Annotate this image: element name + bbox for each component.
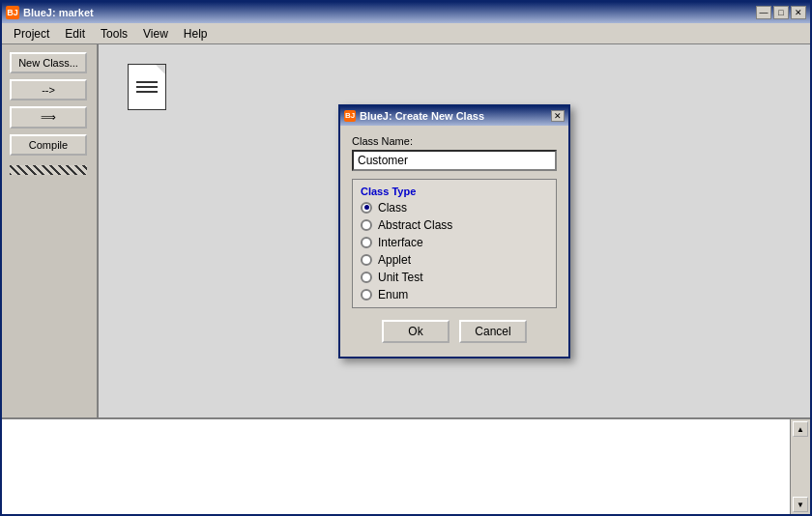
radio-abstract-label: Abstract Class [378,218,452,232]
dialog-overlay: BJ BlueJ: Create New Class ✕ Class Name:… [99,44,810,417]
scroll-down-button[interactable]: ▼ [793,497,808,512]
radio-abstract[interactable]: Abstract Class [361,218,548,232]
canvas-area: BJ BlueJ: Create New Class ✕ Class Name:… [99,44,810,417]
main-area: New Class... --> ⟹ Compile [2,44,810,417]
radio-class-label: Class [378,201,407,215]
arrow1-button[interactable]: --> [10,79,87,100]
radio-interface-label: Interface [378,236,423,249]
menu-help[interactable]: Help [176,25,216,43]
menu-project[interactable]: Project [6,25,57,43]
striped-bar [10,165,87,175]
radio-applet-label: Applet [378,253,411,267]
radio-class[interactable]: Class [361,201,548,215]
cancel-button[interactable]: Cancel [459,320,527,343]
radio-class-btn[interactable] [361,202,372,214]
dialog-close-button[interactable]: ✕ [551,110,565,122]
app-icon: BJ [6,6,19,19]
status-scrollbar: ▲ ▼ [791,419,810,514]
class-name-label: Class Name: [352,135,557,147]
status-main [2,419,791,514]
menu-bar: Project Edit Tools View Help [2,23,810,44]
title-buttons: — □ ✕ [756,6,806,19]
radio-abstract-btn[interactable] [361,219,372,231]
title-bar-left: BJ BlueJ: market [6,6,94,19]
new-class-button[interactable]: New Class... [10,52,87,73]
main-window: BJ BlueJ: market — □ ✕ Project Edit Tool… [0,0,812,516]
ok-button[interactable]: Ok [382,320,450,343]
menu-view[interactable]: View [135,25,176,43]
radio-enum-btn[interactable] [361,289,372,301]
status-area: ▲ ▼ [2,417,810,514]
scroll-up-button[interactable]: ▲ [793,421,808,437]
radio-unittest-label: Unit Test [378,271,422,284]
minimize-button[interactable]: — [756,6,771,19]
dialog-title: BlueJ: Create New Class [360,110,484,122]
window-title: BlueJ: market [23,7,94,18]
radio-unittest[interactable]: Unit Test [361,271,548,284]
close-button[interactable]: ✕ [791,6,806,19]
dialog-title-bar: BJ BlueJ: Create New Class ✕ [340,106,568,126]
create-class-dialog: BJ BlueJ: Create New Class ✕ Class Name:… [338,104,570,358]
menu-tools[interactable]: Tools [93,25,135,43]
class-name-input[interactable] [352,150,557,171]
class-type-label: Class Type [361,186,548,197]
dialog-buttons: Ok Cancel [352,320,557,347]
maximize-button[interactable]: □ [773,6,789,19]
menu-edit[interactable]: Edit [57,25,93,43]
radio-interface[interactable]: Interface [361,236,548,249]
radio-enum[interactable]: Enum [361,288,548,301]
sidebar: New Class... --> ⟹ Compile [2,44,99,417]
radio-applet-btn[interactable] [361,254,372,266]
radio-interface-btn[interactable] [361,237,372,248]
dialog-title-left: BJ BlueJ: Create New Class [344,110,484,122]
dialog-body: Class Name: Class Type Class Abstract Cl… [340,126,568,357]
arrow2-button[interactable]: ⟹ [10,106,87,129]
class-type-section: Class Type Class Abstract Class [352,179,557,308]
radio-enum-label: Enum [378,288,408,301]
radio-unittest-btn[interactable] [361,272,372,283]
dialog-app-icon: BJ [344,110,356,122]
compile-button[interactable]: Compile [10,134,87,156]
radio-applet[interactable]: Applet [361,253,548,267]
title-bar: BJ BlueJ: market — □ ✕ [2,2,810,23]
